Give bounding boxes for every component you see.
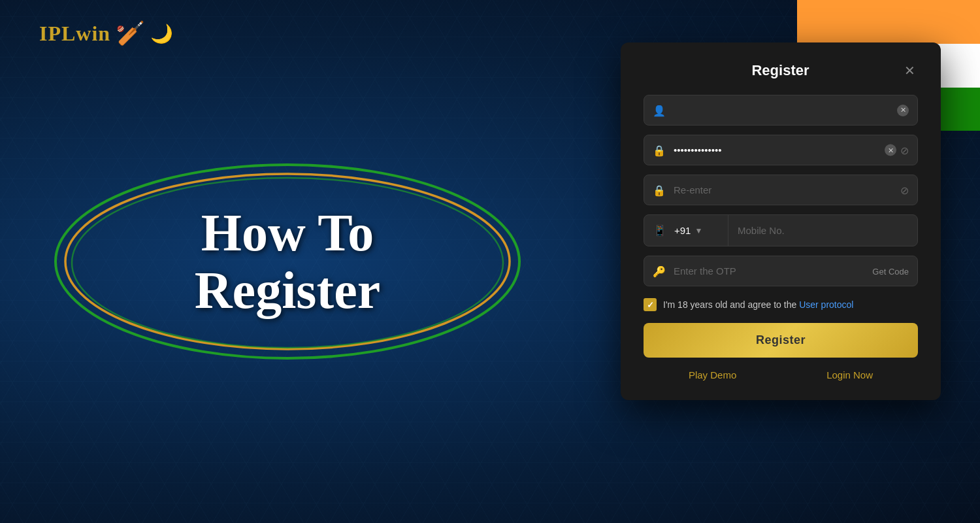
how-to-register-section: How to Register (39, 157, 536, 366)
country-code: +91 (674, 225, 691, 236)
reenter-password-group: 🔒 ⊘ (644, 175, 918, 205)
password-icons: ✕ ⊘ (885, 144, 909, 156)
logo[interactable]: IPLwin 🏏 🌙 (39, 20, 173, 47)
username-input[interactable] (644, 95, 918, 126)
register-modal: Register ✕ 👤 ✕ 🔒 ✕ ⊘ 🔒 ⊘ 📱 +91 ▼ (621, 42, 941, 400)
username-clear-icon[interactable]: ✕ (897, 105, 909, 116)
phone-icon: 📱 (644, 215, 666, 246)
age-checkbox[interactable]: ✓ (644, 298, 657, 311)
reenter-toggle-icon[interactable]: ⊘ (900, 184, 909, 196)
clear-icon[interactable]: ✕ (897, 105, 909, 116)
play-demo-button[interactable]: Play Demo (689, 369, 736, 380)
age-label: I'm 18 years old and agree to the User p… (663, 299, 853, 310)
mobile-input[interactable] (728, 215, 917, 246)
modal-header: Register ✕ (644, 62, 918, 79)
user-icon: 👤 (653, 104, 666, 116)
get-code-button[interactable]: Get Code (872, 266, 909, 276)
close-button[interactable]: ✕ (902, 63, 918, 78)
age-agreement-row: ✓ I'm 18 years old and agree to the User… (644, 298, 918, 311)
bottom-links: Play Demo Login Now (644, 369, 918, 380)
reenter-eye-icon[interactable]: ⊘ (900, 184, 909, 196)
cricket-player-icon: 🏏 (116, 20, 145, 47)
otp-group: 🔑 Get Code (644, 256, 918, 286)
password-toggle-icon[interactable]: ⊘ (900, 144, 909, 156)
phone-group: 📱 +91 ▼ (644, 214, 918, 246)
register-button[interactable]: Register (644, 323, 918, 358)
key-icon: 🔑 (653, 265, 666, 277)
logo-text: IPLwin (39, 22, 110, 46)
checkmark-icon: ✓ (647, 300, 654, 310)
lock-icon: 🔒 (653, 144, 666, 156)
flag-orange (797, 0, 980, 44)
reenter-lock-icon: 🔒 (653, 184, 666, 196)
reenter-password-input[interactable] (644, 175, 918, 205)
country-selector[interactable]: +91 ▼ (666, 215, 728, 246)
password-clear-icon[interactable]: ✕ (885, 144, 896, 156)
password-group: 🔒 ✕ ⊘ (644, 135, 918, 165)
moon-icon: 🌙 (150, 23, 173, 44)
password-input[interactable] (644, 135, 918, 165)
modal-title: Register (659, 62, 902, 79)
user-protocol-link[interactable]: User protocol (799, 299, 853, 310)
login-now-button[interactable]: Login Now (826, 369, 873, 380)
username-group: 👤 ✕ (644, 95, 918, 126)
chevron-down-icon: ▼ (694, 226, 702, 235)
how-to-register-title: How to Register (195, 204, 380, 319)
